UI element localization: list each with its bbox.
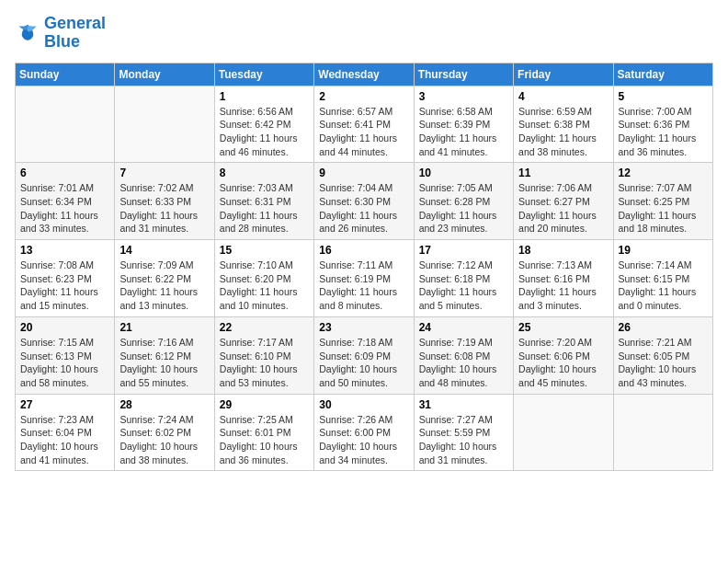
calendar-cell: 6Sunrise: 7:01 AMSunset: 6:34 PMDaylight… (16, 163, 115, 240)
logo: General Blue (15, 15, 106, 52)
column-header-friday: Friday (514, 63, 613, 86)
day-detail: Sunrise: 7:11 AMSunset: 6:19 PMDaylight:… (319, 259, 408, 313)
calendar-cell: 15Sunrise: 7:10 AMSunset: 6:20 PMDayligh… (214, 240, 313, 317)
day-number: 29 (220, 398, 309, 411)
day-detail: Sunrise: 7:18 AMSunset: 6:09 PMDaylight:… (319, 336, 408, 390)
calendar-cell: 4Sunrise: 6:59 AMSunset: 6:38 PMDaylight… (514, 86, 613, 163)
calendar-cell: 14Sunrise: 7:09 AMSunset: 6:22 PMDayligh… (115, 240, 214, 317)
calendar-cell: 1Sunrise: 6:56 AMSunset: 6:42 PMDaylight… (214, 86, 313, 163)
day-number: 5 (619, 90, 708, 103)
day-detail: Sunrise: 7:26 AMSunset: 6:00 PMDaylight:… (319, 413, 408, 467)
day-detail: Sunrise: 7:04 AMSunset: 6:30 PMDaylight:… (319, 181, 408, 236)
day-detail: Sunrise: 7:09 AMSunset: 6:22 PMDaylight:… (119, 259, 209, 313)
calendar-cell: 18Sunrise: 7:13 AMSunset: 6:16 PMDayligh… (514, 240, 613, 317)
column-header-saturday: Saturday (613, 63, 712, 86)
calendar-cell: 10Sunrise: 7:05 AMSunset: 6:28 PMDayligh… (414, 163, 513, 240)
day-number: 27 (20, 398, 109, 411)
day-detail: Sunrise: 7:13 AMSunset: 6:16 PMDaylight:… (518, 259, 608, 313)
day-detail: Sunrise: 7:01 AMSunset: 6:34 PMDaylight:… (20, 181, 109, 236)
calendar-cell: 5Sunrise: 7:00 AMSunset: 6:36 PMDaylight… (613, 86, 712, 163)
day-detail: Sunrise: 7:24 AMSunset: 6:02 PMDaylight:… (119, 413, 209, 467)
column-header-monday: Monday (115, 63, 214, 86)
day-number: 10 (419, 167, 508, 179)
day-number: 13 (20, 244, 109, 257)
calendar-cell: 2Sunrise: 6:57 AMSunset: 6:41 PMDaylight… (314, 86, 414, 163)
day-number: 20 (20, 321, 109, 334)
day-number: 18 (518, 244, 608, 257)
calendar-header-row: SundayMondayTuesdayWednesdayThursdayFrid… (16, 63, 713, 86)
calendar-cell: 9Sunrise: 7:04 AMSunset: 6:30 PMDaylight… (314, 163, 414, 240)
day-detail: Sunrise: 7:14 AMSunset: 6:15 PMDaylight:… (619, 259, 708, 313)
day-detail: Sunrise: 7:21 AMSunset: 6:05 PMDaylight:… (619, 336, 708, 390)
logo-icon (15, 20, 40, 46)
calendar-cell: 3Sunrise: 6:58 AMSunset: 6:39 PMDaylight… (414, 86, 513, 163)
day-number: 7 (119, 167, 209, 179)
day-detail: Sunrise: 7:10 AMSunset: 6:20 PMDaylight:… (220, 259, 309, 313)
calendar-table: SundayMondayTuesdayWednesdayThursdayFrid… (15, 63, 713, 472)
calendar-week-row: 27Sunrise: 7:23 AMSunset: 6:04 PMDayligh… (16, 394, 713, 471)
day-detail: Sunrise: 7:02 AMSunset: 6:33 PMDaylight:… (119, 181, 209, 236)
day-number: 28 (119, 398, 209, 411)
logo-text-bottom: Blue (44, 33, 106, 52)
calendar-cell: 27Sunrise: 7:23 AMSunset: 6:04 PMDayligh… (16, 394, 115, 471)
day-detail: Sunrise: 7:00 AMSunset: 6:36 PMDaylight:… (619, 105, 708, 159)
day-detail: Sunrise: 7:06 AMSunset: 6:27 PMDaylight:… (518, 181, 608, 236)
day-number: 31 (419, 398, 508, 411)
day-number: 16 (319, 244, 408, 257)
calendar-cell: 24Sunrise: 7:19 AMSunset: 6:08 PMDayligh… (414, 316, 513, 394)
day-number: 26 (619, 321, 708, 334)
day-number: 8 (220, 167, 309, 179)
day-detail: Sunrise: 7:08 AMSunset: 6:23 PMDaylight:… (20, 259, 109, 313)
calendar-week-row: 1Sunrise: 6:56 AMSunset: 6:42 PMDaylight… (16, 86, 713, 163)
day-detail: Sunrise: 7:15 AMSunset: 6:13 PMDaylight:… (20, 336, 109, 390)
calendar-cell: 12Sunrise: 7:07 AMSunset: 6:25 PMDayligh… (613, 163, 712, 240)
page-header: General Blue (15, 15, 713, 52)
day-detail: Sunrise: 7:19 AMSunset: 6:08 PMDaylight:… (419, 336, 508, 390)
calendar-cell (115, 86, 214, 163)
day-detail: Sunrise: 6:56 AMSunset: 6:42 PMDaylight:… (220, 105, 309, 159)
day-detail: Sunrise: 7:03 AMSunset: 6:31 PMDaylight:… (220, 181, 309, 236)
column-header-tuesday: Tuesday (214, 63, 313, 86)
calendar-cell: 17Sunrise: 7:12 AMSunset: 6:18 PMDayligh… (414, 240, 513, 317)
day-number: 19 (619, 244, 708, 257)
calendar-cell: 30Sunrise: 7:26 AMSunset: 6:00 PMDayligh… (314, 394, 414, 471)
logo-text-top: General (44, 15, 106, 33)
calendar-cell: 16Sunrise: 7:11 AMSunset: 6:19 PMDayligh… (314, 240, 414, 317)
day-number: 11 (518, 167, 608, 179)
day-number: 1 (220, 90, 309, 103)
day-detail: Sunrise: 7:20 AMSunset: 6:06 PMDaylight:… (518, 336, 608, 390)
column-header-thursday: Thursday (414, 63, 513, 86)
calendar-cell (613, 394, 712, 471)
day-number: 6 (20, 167, 109, 179)
calendar-week-row: 13Sunrise: 7:08 AMSunset: 6:23 PMDayligh… (16, 240, 713, 317)
day-number: 25 (518, 321, 608, 334)
day-detail: Sunrise: 7:23 AMSunset: 6:04 PMDaylight:… (20, 413, 109, 467)
day-number: 21 (119, 321, 209, 334)
calendar-cell: 28Sunrise: 7:24 AMSunset: 6:02 PMDayligh… (115, 394, 214, 471)
calendar-cell: 7Sunrise: 7:02 AMSunset: 6:33 PMDaylight… (115, 163, 214, 240)
calendar-cell: 22Sunrise: 7:17 AMSunset: 6:10 PMDayligh… (214, 316, 313, 394)
day-detail: Sunrise: 6:57 AMSunset: 6:41 PMDaylight:… (319, 105, 408, 159)
day-detail: Sunrise: 7:12 AMSunset: 6:18 PMDaylight:… (419, 259, 508, 313)
day-detail: Sunrise: 7:17 AMSunset: 6:10 PMDaylight:… (220, 336, 309, 390)
calendar-cell (16, 86, 115, 163)
day-detail: Sunrise: 6:59 AMSunset: 6:38 PMDaylight:… (518, 105, 608, 159)
day-detail: Sunrise: 7:27 AMSunset: 5:59 PMDaylight:… (419, 413, 508, 467)
calendar-cell: 11Sunrise: 7:06 AMSunset: 6:27 PMDayligh… (514, 163, 613, 240)
day-detail: Sunrise: 7:25 AMSunset: 6:01 PMDaylight:… (220, 413, 309, 467)
day-number: 4 (518, 90, 608, 103)
calendar-cell: 31Sunrise: 7:27 AMSunset: 5:59 PMDayligh… (414, 394, 513, 471)
calendar-cell: 25Sunrise: 7:20 AMSunset: 6:06 PMDayligh… (514, 316, 613, 394)
calendar-cell: 19Sunrise: 7:14 AMSunset: 6:15 PMDayligh… (613, 240, 712, 317)
calendar-cell: 29Sunrise: 7:25 AMSunset: 6:01 PMDayligh… (214, 394, 313, 471)
day-number: 30 (319, 398, 408, 411)
calendar-cell: 23Sunrise: 7:18 AMSunset: 6:09 PMDayligh… (314, 316, 414, 394)
day-detail: Sunrise: 7:16 AMSunset: 6:12 PMDaylight:… (119, 336, 209, 390)
column-header-sunday: Sunday (16, 63, 115, 86)
day-number: 22 (220, 321, 309, 334)
day-number: 17 (419, 244, 508, 257)
calendar-cell (514, 394, 613, 471)
day-number: 12 (619, 167, 708, 179)
day-detail: Sunrise: 6:58 AMSunset: 6:39 PMDaylight:… (419, 105, 508, 159)
day-number: 15 (220, 244, 309, 257)
